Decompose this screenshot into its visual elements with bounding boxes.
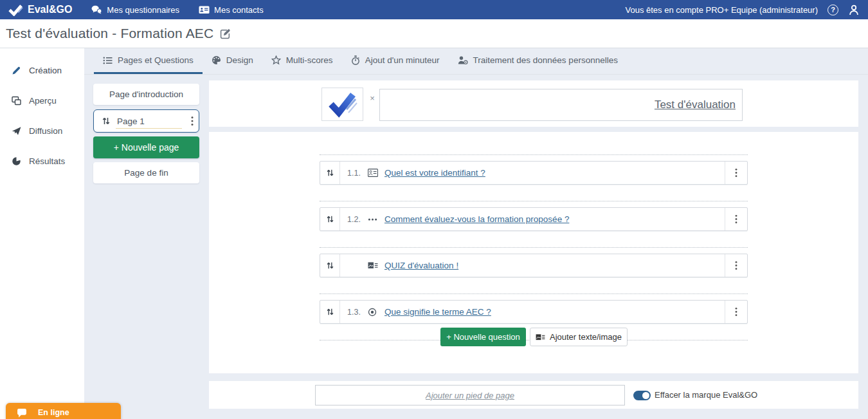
survey-title-input[interactable]: Test d'évaluation bbox=[379, 89, 743, 121]
sidebar-item-resultats[interactable]: Résultats bbox=[0, 146, 84, 176]
sidebar-item-label: Résultats bbox=[29, 156, 65, 166]
user-settings-icon bbox=[458, 55, 468, 65]
kebab-menu-icon bbox=[735, 214, 737, 224]
insert-separator[interactable] bbox=[320, 293, 748, 294]
sidebar-item-creation[interactable]: Création bbox=[0, 55, 84, 86]
insert-separator[interactable] bbox=[320, 201, 748, 201]
question-row[interactable]: QUIZ d'évaluation ! bbox=[320, 254, 748, 277]
radio-icon bbox=[368, 308, 384, 317]
preview-screens-icon bbox=[12, 96, 21, 106]
question-menu-button[interactable] bbox=[725, 301, 747, 323]
app-root: Eval&GO Mes questionnaires Mes contacts … bbox=[0, 0, 868, 419]
online-chat-badge[interactable]: En ligne bbox=[6, 403, 121, 419]
page-card-fin[interactable]: Page de fin bbox=[93, 162, 199, 183]
palette-icon bbox=[212, 55, 221, 65]
sidebar-item-label: Aperçu bbox=[29, 96, 57, 106]
page-card-page1[interactable]: Page 1 bbox=[93, 109, 199, 133]
tab-label: Ajout d'un minuteur bbox=[365, 55, 440, 65]
id-card-icon bbox=[368, 169, 384, 177]
question-row[interactable]: 1.3. Que signifie le terme AEC ? bbox=[320, 300, 748, 324]
insert-separator[interactable] bbox=[320, 154, 748, 155]
tab-label: Traitement des données personnelles bbox=[473, 55, 618, 65]
edit-title-button[interactable] bbox=[220, 28, 231, 39]
checkmark-logo-icon bbox=[8, 4, 23, 16]
star-icon bbox=[271, 55, 281, 65]
image-text-icon bbox=[536, 333, 545, 341]
remove-logo-button[interactable]: × bbox=[368, 93, 377, 102]
chat-bubble-icon bbox=[17, 408, 27, 418]
questions-card: 1.1. Quel est votre identifiant ? 1.2. C… bbox=[209, 132, 858, 373]
footer-input[interactable]: Ajouter un pied de page bbox=[315, 385, 625, 405]
survey-header-card: × Test d'évaluation bbox=[209, 80, 858, 127]
sidebar-item-label: Création bbox=[29, 66, 62, 75]
account-status: Vous êtes en compte PRO+ Equipe (adminis… bbox=[625, 5, 818, 15]
question-link[interactable]: QUIZ d'évaluation ! bbox=[384, 261, 458, 270]
list-icon bbox=[103, 56, 113, 65]
drag-handle-icon[interactable] bbox=[320, 254, 340, 277]
nav-item-label: Mes contacts bbox=[214, 5, 264, 15]
tab-donnees-personnelles[interactable]: Traitement des données personnelles bbox=[449, 48, 627, 74]
editor-tabbar: Pages et Questions Design Multi-scores A… bbox=[84, 48, 868, 75]
footer-placeholder: Ajouter un pied de page bbox=[426, 391, 514, 400]
navbar-right: Vous êtes en compte PRO+ Equipe (adminis… bbox=[625, 5, 860, 15]
brand-logo[interactable]: Eval&GO bbox=[8, 4, 72, 16]
question-link[interactable]: Quel est votre identifiant ? bbox=[384, 168, 485, 178]
insert-separator[interactable] bbox=[320, 247, 748, 248]
sort-arrows-icon[interactable] bbox=[102, 116, 111, 126]
survey-title-text: Test d'évaluation bbox=[655, 98, 736, 111]
tab-pages-et-questions[interactable]: Pages et Questions bbox=[94, 48, 203, 74]
question-menu-button[interactable] bbox=[725, 254, 747, 277]
help-icon[interactable]: ? bbox=[827, 5, 838, 15]
pie-chart-icon bbox=[12, 156, 21, 166]
dots-scale-icon bbox=[368, 218, 384, 221]
page-card-introduction[interactable]: Page d'introduction bbox=[93, 84, 199, 105]
page-title: Test d'évaluation - Formation AEC bbox=[6, 26, 213, 41]
top-navbar: Eval&GO Mes questionnaires Mes contacts … bbox=[0, 0, 868, 19]
new-page-button[interactable]: + Nouvelle page bbox=[93, 136, 199, 158]
survey-footer-card: Ajouter un pied de page Effacer la marqu… bbox=[209, 381, 858, 409]
sidebar-item-diffusion[interactable]: Diffusion bbox=[0, 116, 84, 146]
tab-ajout-minuteur[interactable]: Ajout d'un minuteur bbox=[342, 48, 449, 74]
kebab-menu-icon[interactable] bbox=[191, 116, 194, 126]
page-card-label: Page 1 bbox=[117, 116, 185, 126]
tab-design[interactable]: Design bbox=[203, 48, 262, 74]
question-menu-button[interactable] bbox=[725, 208, 747, 230]
brand-name: Eval&GO bbox=[28, 4, 72, 15]
sidebar-item-label: Diffusion bbox=[29, 126, 62, 136]
drag-handle-icon[interactable] bbox=[320, 208, 340, 230]
tab-label: Design bbox=[226, 55, 253, 65]
survey-logo-box[interactable] bbox=[321, 88, 363, 121]
nav-mes-contacts[interactable]: Mes contacts bbox=[199, 5, 264, 15]
question-row[interactable]: 1.1. Quel est votre identifiant ? bbox=[320, 161, 748, 185]
question-number: 1.1. bbox=[347, 169, 368, 178]
online-badge-label: En ligne bbox=[38, 408, 69, 417]
tab-label: Multi-scores bbox=[286, 55, 333, 65]
remove-branding-label: Effacer la marque Eval&GO bbox=[655, 381, 757, 409]
add-text-image-label: Ajouter texte/image bbox=[550, 332, 622, 342]
nav-mes-questionnaires[interactable]: Mes questionnaires bbox=[91, 5, 179, 15]
sidebar-item-apercu[interactable]: Aperçu bbox=[0, 86, 84, 116]
question-number: 1.2. bbox=[347, 215, 368, 224]
drag-handle-icon[interactable] bbox=[320, 301, 340, 323]
question-link[interactable]: Comment évaluez-vous la formation propos… bbox=[384, 214, 569, 224]
question-link[interactable]: Que signifie le terme AEC ? bbox=[384, 307, 491, 317]
question-number: 1.3. bbox=[347, 308, 368, 317]
help-glyph: ? bbox=[831, 6, 835, 14]
nav-item-label: Mes questionnaires bbox=[107, 5, 179, 15]
remove-branding-toggle[interactable] bbox=[633, 391, 651, 400]
question-row[interactable]: 1.2. Comment évaluez-vous la formation p… bbox=[320, 207, 748, 231]
toggle-knob bbox=[642, 392, 649, 399]
chat-bubbles-icon bbox=[91, 5, 102, 14]
tab-multi-scores[interactable]: Multi-scores bbox=[262, 48, 342, 74]
page-name-input-underline bbox=[116, 128, 182, 129]
add-text-image-button[interactable]: Ajouter texte/image bbox=[530, 328, 628, 346]
edit-pencil-icon bbox=[220, 28, 231, 39]
question-menu-button[interactable] bbox=[725, 162, 747, 184]
new-question-button[interactable]: + Nouvelle question bbox=[440, 328, 526, 346]
user-account-icon[interactable] bbox=[848, 5, 860, 15]
pencil-icon bbox=[12, 66, 21, 75]
kebab-menu-icon bbox=[735, 261, 737, 270]
page-card-label: Page de fin bbox=[124, 168, 168, 178]
drag-handle-icon[interactable] bbox=[320, 162, 340, 184]
stopwatch-icon bbox=[351, 55, 360, 65]
